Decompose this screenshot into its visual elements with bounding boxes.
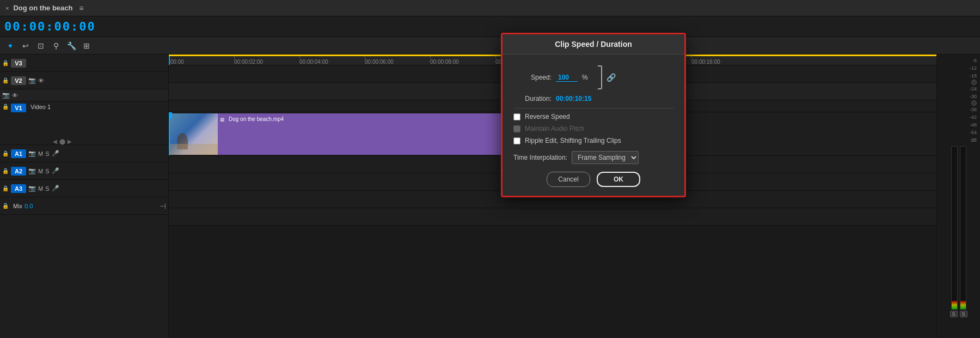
clip-name: Dog on the beach.mp4 (226, 115, 286, 123)
meter-label-minus48: -48 (938, 121, 979, 129)
mic-icon-a1[interactable]: 🎤 (52, 150, 59, 157)
eye-icon-v1[interactable]: 👁 (12, 92, 18, 99)
lock-icon-a3[interactable]: 🔒 (2, 185, 9, 191)
track-header-v2: 🔒 V2 📷 👁 (0, 72, 168, 89)
track-header-v3: 🔒 V3 (0, 55, 168, 72)
film-icon-a3[interactable]: 📷 (28, 185, 36, 192)
s-row: S S (950, 311, 967, 317)
ruler-label-8: 00:00:08:00 (430, 59, 459, 65)
meter-label-minus12: -12 (938, 64, 979, 72)
cancel-button[interactable]: Cancel (547, 172, 590, 187)
timecode-display: 00:00:00:00 (4, 20, 96, 33)
track-select-tool[interactable]: ↩ (20, 40, 32, 52)
video-clip[interactable]: ▦ Dog on the beach.mp4 (169, 113, 506, 155)
toolbar: ✦ ↩ ⊡ ⚲ 🔧 ⊞ (0, 37, 980, 55)
mix-end-icon[interactable]: ⊣ (160, 202, 166, 210)
meter-label-minus30: -30 (938, 93, 979, 100)
close-icon[interactable]: × (5, 5, 9, 11)
main-area: 🔒 V3 🔒 V2 📷 👁 📷 👁 🔒 V1 Video 1 ◀ ⬤ ▶ (0, 55, 980, 338)
ripple-edit-checkbox[interactable] (513, 137, 520, 144)
track-label-v2: V2 (11, 76, 26, 85)
lock-icon-v1[interactable]: 🔒 (2, 104, 9, 110)
meter-label-minus6: -6 (938, 57, 979, 64)
nav-left-v1[interactable]: ◀ (53, 138, 57, 144)
ruler-label-0: :00:00 (169, 59, 184, 65)
meter-knob-2[interactable] (971, 100, 977, 106)
menu-icon[interactable]: ≡ (79, 4, 84, 13)
interpolation-row: Time Interpolation: Frame Sampling Frame… (513, 151, 673, 164)
track-header-v1-main: 🔒 V1 Video 1 ◀ ⬤ ▶ (0, 101, 168, 145)
clip-thumbnail (169, 113, 218, 155)
meter-bar-right (960, 146, 966, 310)
clip-speed-dialog: Clip Speed / Duration Speed: 100 % 🔗 Dur… (501, 33, 686, 197)
reverse-speed-checkbox[interactable] (513, 113, 520, 120)
razor-tool[interactable]: ⚲ (50, 40, 62, 52)
film-icon-v1[interactable]: 📷 (2, 92, 10, 99)
meter-label-db: dB (938, 136, 979, 144)
m-btn-a3[interactable]: M (38, 185, 43, 192)
s-btn-a2[interactable]: S (45, 168, 49, 174)
track-label-a1: A1 (11, 149, 26, 158)
speed-unit: % (582, 74, 588, 81)
ruler-label-6: 00:00:06:00 (365, 59, 394, 65)
lock-icon-a1[interactable]: 🔒 (2, 150, 9, 156)
m-btn-a1[interactable]: M (38, 150, 43, 157)
interpolation-select[interactable]: Frame Sampling Frame Blending Optical Fl… (572, 151, 639, 164)
ruler-label-4: 00:00:04:00 (299, 59, 328, 65)
audio-meter: -6 -12 -18 -24 -30 -36 -42 -48 -54 dB (938, 57, 979, 144)
track-label-a3: A3 (11, 184, 26, 193)
meter-bars (951, 146, 966, 310)
lock-icon-a2[interactable]: 🔒 (2, 168, 9, 174)
lock-icon-v2[interactable]: 🔒 (2, 77, 9, 83)
track-header-a3: 🔒 A3 📷 M S 🎤 (0, 180, 168, 197)
meter-label-minus24: -24 (938, 85, 979, 93)
track-header-mix: 🔒 Mix 0.0 ⊣ (0, 197, 168, 215)
meter-fill-left (952, 301, 957, 309)
track-label-v1: V1 (11, 104, 26, 112)
s-btn-left[interactable]: S (950, 311, 958, 317)
ok-button[interactable]: OK (597, 172, 640, 187)
track-label-v3: V3 (11, 59, 26, 68)
meter-label-minus18: -18 (938, 72, 979, 80)
top-bar: × Dog on the beach ≡ (0, 0, 980, 16)
track-header-a2: 🔒 A2 📷 M S 🎤 (0, 162, 168, 180)
captions-tool[interactable]: ⊞ (81, 40, 93, 52)
timeline-track-mix (169, 208, 936, 226)
track-header-v1-top: 📷 👁 (0, 89, 168, 101)
film-icon-a2[interactable]: 📷 (28, 167, 36, 174)
maintain-audio-checkbox[interactable] (513, 125, 520, 132)
ripple-tool[interactable]: ⊡ (35, 40, 47, 52)
lock-icon-v3[interactable]: 🔒 (2, 60, 9, 66)
meter-bar-left (951, 146, 958, 310)
film-icon-a1[interactable]: 📷 (28, 150, 36, 157)
wrench-tool[interactable]: 🔧 (65, 40, 77, 52)
mix-value: 0.0 (24, 203, 33, 209)
s-btn-a3[interactable]: S (45, 185, 49, 192)
mic-icon-a3[interactable]: 🎤 (52, 185, 59, 192)
meter-label-minus54: -54 (938, 129, 979, 136)
duration-value[interactable]: 00:00:10:15 (556, 95, 591, 102)
lock-icon-mix[interactable]: 🔒 (2, 203, 9, 209)
track-headers: 🔒 V3 🔒 V2 📷 👁 📷 👁 🔒 V1 Video 1 ◀ ⬤ ▶ (0, 55, 169, 338)
selection-tool[interactable]: ✦ (4, 40, 16, 52)
reverse-speed-label: Reverse Speed (525, 113, 570, 120)
interpolation-label: Time Interpolation: (513, 154, 567, 161)
film-icon-v2[interactable]: 📷 (28, 77, 36, 84)
nav-center-v1[interactable]: ⬤ (59, 138, 65, 144)
ruler-label-16: 00:00:16:00 (691, 59, 720, 65)
project-title: Dog on the beach (13, 4, 72, 12)
speed-label: Speed: (513, 74, 552, 81)
meter-knob-1[interactable] (971, 80, 977, 85)
ripple-edit-row: Ripple Edit, Shifting Trailing Clips (513, 137, 673, 144)
m-btn-a2[interactable]: M (38, 168, 43, 174)
s-btn-a1[interactable]: S (45, 150, 49, 157)
link-icon[interactable]: 🔗 (607, 73, 616, 82)
mic-icon-a2[interactable]: 🎤 (52, 167, 59, 174)
meter-label-minus36: -36 (938, 106, 979, 113)
s-btn-right[interactable]: S (960, 311, 967, 317)
duration-label: Duration: (513, 95, 552, 102)
nav-right-v1[interactable]: ▶ (68, 138, 72, 144)
timecode-row: 00:00:00:00 (0, 16, 980, 37)
speed-value[interactable]: 100 (556, 74, 578, 82)
eye-icon-v2[interactable]: 👁 (38, 77, 44, 84)
